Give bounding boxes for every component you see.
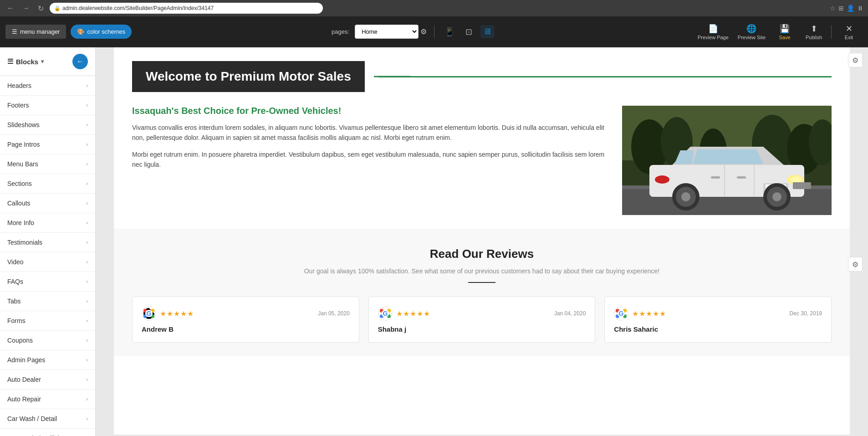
- svg-point-29: [681, 192, 690, 201]
- sidebar-header: ☰ Blocks ▾ ←: [0, 47, 95, 76]
- review-header-2: G ★★★★★ Jan 04, 2020: [378, 306, 586, 321]
- svg-rect-30: [711, 176, 720, 179]
- sidebar-item-sections[interactable]: Sections ›: [0, 174, 95, 194]
- pages-label: pages:: [332, 28, 349, 35]
- preview-page-button[interactable]: 📄 Preview Page: [694, 22, 732, 42]
- sidebar-item-footers[interactable]: Footers ›: [0, 96, 95, 115]
- tablet-view-button[interactable]: ⊡: [463, 25, 475, 39]
- hamburger-icon: ☰: [12, 28, 17, 35]
- sidebar-item-label: Video: [7, 258, 24, 266]
- hero-para-1: Vivamus convallis eros interdum lorem so…: [132, 123, 608, 143]
- sidebar-item-auto-dealer[interactable]: Auto Dealer ›: [0, 370, 95, 390]
- exit-button[interactable]: ✕ Exit: [835, 22, 863, 42]
- sidebar-item-slideshows[interactable]: Slideshows ›: [0, 115, 95, 135]
- sidebar-item-forms[interactable]: Forms ›: [0, 311, 95, 331]
- main-layout: ☰ Blocks ▾ ← Headers › Footers › Slidesh…: [0, 47, 868, 436]
- review-date-3: Dec 30, 2019: [790, 310, 822, 317]
- sidebar-item-more-info[interactable]: More Info ›: [0, 213, 95, 233]
- blocks-chevron-icon: ▾: [41, 58, 44, 65]
- sidebar-item-callouts[interactable]: Callouts ›: [0, 194, 95, 213]
- sidebar-item-car-wash-detail[interactable]: Car Wash / Detail ›: [0, 409, 95, 429]
- bookmark-button[interactable]: ☆: [830, 5, 836, 12]
- sidebar-item-menu-bars[interactable]: Menu Bars ›: [0, 154, 95, 174]
- pages-settings-button[interactable]: ⚙: [420, 27, 427, 36]
- exit-label: Exit: [845, 35, 853, 40]
- address-bar[interactable]: 🔒 admin.dealerwebsite.com/SiteBuilder/Pa…: [50, 3, 323, 14]
- sidebar-item-tabs[interactable]: Tabs ›: [0, 292, 95, 311]
- reviews-section: Read Our Reviews Our goal is always 100%…: [114, 229, 850, 356]
- content-settings-button-2[interactable]: ⚙: [848, 257, 863, 272]
- pause-button[interactable]: ⏸: [857, 5, 863, 12]
- chevron-right-icon: ›: [86, 278, 88, 285]
- review-logo-stars-3: G ★★★★★: [614, 306, 666, 321]
- sidebar-item-label: Tabs: [7, 298, 21, 305]
- chevron-right-icon: ›: [86, 376, 88, 383]
- sidebar-item-coupons[interactable]: Coupons ›: [0, 331, 95, 350]
- reviewer-name-1: Andrew B: [142, 325, 350, 333]
- preview-site-button[interactable]: 🌐 Preview Site: [734, 22, 769, 42]
- publish-button[interactable]: ⬆ Publish: [800, 22, 827, 42]
- sidebar-item-label: Slideshows: [7, 121, 40, 128]
- sidebar-item-admin-pages[interactable]: Admin Pages ›: [0, 350, 95, 370]
- forward-nav-button[interactable]: →: [20, 3, 32, 13]
- back-nav-button[interactable]: ←: [5, 3, 16, 13]
- pages-dropdown[interactable]: Home: [355, 25, 419, 39]
- sidebar-item-label: Testimonials: [7, 239, 42, 246]
- toolbar-center: pages: Home ⚙ 📱 ⊡ 🖥: [136, 25, 689, 39]
- reviews-divider: [468, 282, 495, 283]
- chevron-right-icon: ›: [86, 220, 88, 226]
- sidebar-item-testimonials[interactable]: Testimonials ›: [0, 233, 95, 252]
- sidebar-item-headers[interactable]: Headers ›: [0, 76, 95, 96]
- editor-toolbar: ☰ menu manager 🎨 color schemes pages: Ho…: [0, 16, 868, 47]
- exit-icon: ✕: [846, 24, 853, 34]
- menu-manager-button[interactable]: ☰ menu manager: [5, 25, 66, 39]
- refresh-nav-button[interactable]: ↻: [36, 3, 46, 14]
- svg-text:G: G: [383, 310, 388, 317]
- browser-chrome: ← → ↻ 🔒 admin.dealerwebsite.com/SiteBuil…: [0, 0, 868, 16]
- sidebar-item-video[interactable]: Video ›: [0, 252, 95, 272]
- review-card-2: G ★★★★★ Jan 04, 2020 Shabna j: [368, 297, 596, 343]
- sidebar-item-label: Admin Pages: [7, 356, 45, 364]
- save-icon: 💾: [780, 24, 790, 34]
- hero-subtitle: Issaquah's Best Choice for Pre-Owned Veh…: [132, 106, 608, 116]
- extensions-button[interactable]: ⊞: [838, 5, 844, 12]
- sidebar-item-auto-repair[interactable]: Auto Repair ›: [0, 390, 95, 409]
- sidebar-item-page-intros[interactable]: Page Intros ›: [0, 135, 95, 154]
- sidebar-back-button[interactable]: ←: [72, 54, 88, 69]
- car-svg: 402 KBS: [622, 106, 832, 215]
- sidebar: ☰ Blocks ▾ ← Headers › Footers › Slidesh…: [0, 47, 96, 436]
- blocks-title: ☰ Blocks ▾: [7, 57, 44, 66]
- desktop-view-button[interactable]: 🖥: [480, 25, 494, 38]
- color-schemes-label: color schemes: [87, 28, 125, 35]
- mobile-view-button[interactable]: 📱: [442, 25, 457, 39]
- page-content: Welcome to Premium Motor Sales Issaquah'…: [114, 47, 850, 435]
- reviews-subtitle: Our goal is always 100% satisfaction. Se…: [132, 267, 832, 275]
- sidebar-item-label: Sections: [7, 180, 32, 187]
- reviews-grid: G G ★★★★★: [132, 297, 832, 343]
- chevron-right-icon: ›: [86, 396, 88, 402]
- review-stars-2: ★★★★★: [396, 309, 430, 318]
- sidebar-item-label: Callouts: [7, 200, 31, 207]
- color-schemes-button[interactable]: 🎨 color schemes: [71, 25, 132, 39]
- sidebar-item-label: Footers: [7, 102, 29, 109]
- chevron-right-icon: ›: [86, 259, 88, 265]
- preview-site-label: Preview Site: [738, 35, 766, 40]
- svg-rect-32: [793, 182, 811, 189]
- lock-icon: 🔒: [54, 5, 61, 11]
- content-settings-button[interactable]: ⚙: [848, 53, 863, 67]
- chevron-right-icon: ›: [86, 122, 88, 128]
- hero-section: Welcome to Premium Motor Sales Issaquah'…: [114, 47, 850, 229]
- sidebar-item-auto-body-collision[interactable]: Auto Body / Collision ›: [0, 429, 95, 436]
- separator2: [831, 25, 832, 39]
- sidebar-item-label: Page Intros: [7, 141, 40, 148]
- chevron-right-icon: ›: [86, 200, 88, 206]
- profile-button[interactable]: 👤: [847, 5, 854, 12]
- browser-actions: ☆ ⊞ 👤 ⏸: [830, 5, 863, 12]
- reviews-title: Read Our Reviews: [132, 247, 832, 261]
- save-button[interactable]: 💾 Save: [771, 22, 798, 42]
- sidebar-item-faqs[interactable]: FAQs ›: [0, 272, 95, 292]
- hero-body: Issaquah's Best Choice for Pre-Owned Veh…: [132, 106, 832, 215]
- hero-title: Welcome to Premium Motor Sales: [146, 69, 351, 83]
- hero-text: Issaquah's Best Choice for Pre-Owned Veh…: [132, 106, 608, 215]
- sidebar-item-label: More Info: [7, 219, 34, 226]
